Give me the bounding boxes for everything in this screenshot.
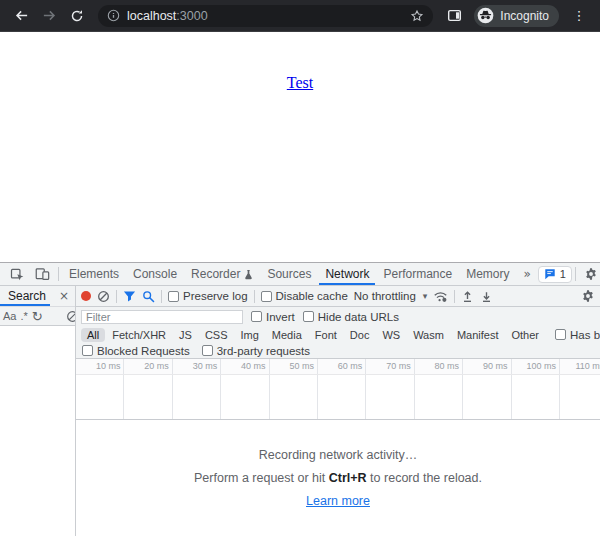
clear-icon[interactable] [97,290,110,303]
regex-button[interactable]: .* [20,310,27,322]
tab-network[interactable]: Network [318,263,376,285]
refresh-icon[interactable]: ↻ [32,309,43,324]
chip-manifest[interactable]: Manifest [451,328,505,342]
divider [116,290,117,303]
chip-doc[interactable]: Doc [344,328,376,342]
tab-console[interactable]: Console [126,263,184,285]
chip-img[interactable]: Img [235,328,265,342]
chip-media[interactable]: Media [266,328,308,342]
reload-button[interactable] [65,4,89,28]
search-sidebar-header: Search × [0,286,75,307]
issues-counter[interactable]: 1 [538,266,572,283]
tick-label: 50 ms [270,359,318,374]
gear-icon [584,267,598,281]
tab-performance[interactable]: Performance [376,263,459,285]
checkbox [251,311,262,322]
blocked-requests-checkbox[interactable]: Blocked Requests [82,345,190,357]
chip-other[interactable]: Other [505,328,545,342]
chevron-down-icon: ▾ [423,291,428,301]
chip-all[interactable]: All [81,328,105,342]
test-link[interactable]: Test [0,74,600,92]
incognito-badge: Incognito [474,5,559,27]
browser-toolbar: localhost:3000 Incognito ⋮ [0,0,600,32]
devtools-tabbar: Elements Console Recorder Sources Networ… [0,263,600,286]
side-panel-button[interactable] [442,4,466,28]
tick-label: 30 ms [173,359,221,374]
side-panel-icon [447,8,462,23]
disable-cache-checkbox[interactable]: Disable cache [261,290,348,302]
search-toolbar: Aa .* ↻ [0,307,75,326]
third-party-requests-checkbox[interactable]: 3rd-party requests [202,345,310,357]
forward-button[interactable] [37,4,61,28]
inspect-cursor-icon [10,267,25,282]
search-sidebar: Search × Aa .* ↻ [0,286,76,536]
devtools-settings-button[interactable] [579,263,600,285]
browser-menu-button[interactable]: ⋮ [567,4,591,28]
search-close-button[interactable]: × [53,289,75,303]
match-case-button[interactable]: Aa [3,310,16,322]
blocked-filters-row: Blocked Requests 3rd-party requests [76,343,600,359]
ctrl-r-shortcut: Ctrl+R [329,471,367,485]
divider [161,290,162,303]
tick-label: 20 ms [124,359,172,374]
import-har-icon[interactable] [461,290,474,303]
devtools-panel: Elements Console Recorder Sources Networ… [0,262,600,536]
tab-sources[interactable]: Sources [260,263,318,285]
network-conditions-icon[interactable] [433,290,448,303]
tick-label: 40 ms [221,359,269,374]
preserve-log-checkbox[interactable]: Preserve log [168,290,248,302]
export-har-icon[interactable] [480,290,493,303]
tab-memory[interactable]: Memory [459,263,516,285]
network-filter-row: Invert Hide data URLs [76,307,600,326]
hide-data-urls-checkbox[interactable]: Hide data URLs [303,311,399,323]
filter-funnel-icon[interactable] [123,290,136,303]
tab-elements[interactable]: Elements [62,263,126,285]
more-tabs-icon: » [524,267,531,281]
address-bar[interactable]: localhost:3000 [98,5,433,27]
forward-icon [42,8,57,23]
network-settings-gear-icon[interactable] [581,289,595,303]
incognito-icon [477,7,494,24]
chip-ws[interactable]: WS [376,328,406,342]
network-toolbar: Preserve log Disable cache No throttling… [76,286,600,307]
recording-line1: Recording network activity… [259,448,417,462]
more-tabs-button[interactable]: » [517,263,538,285]
recording-message: Recording network activity… Perform a re… [76,420,600,536]
clear-search-icon[interactable] [66,310,75,323]
has-blocked-cookies-checkbox[interactable]: Has blocked cookies [555,329,600,341]
invert-checkbox[interactable]: Invert [251,311,295,323]
chip-wasm[interactable]: Wasm [407,328,450,342]
issues-bubble-icon [544,268,556,280]
chip-fetch-xhr[interactable]: Fetch/XHR [106,328,172,342]
chip-font[interactable]: Font [309,328,343,342]
device-toolbar-icon [35,267,50,281]
tab-recorder[interactable]: Recorder [184,263,260,285]
tick-label: 110 ms [560,359,600,374]
checkbox [261,291,272,302]
learn-more-link[interactable]: Learn more [306,494,370,508]
search-results-area [0,326,75,536]
chip-css[interactable]: CSS [199,328,234,342]
recording-line2: Perform a request or hit Ctrl+R to recor… [194,471,482,485]
filter-input[interactable] [81,310,243,324]
divider [575,267,576,281]
tick-label: 10 ms [76,359,124,374]
tick-label: 60 ms [318,359,366,374]
chip-js[interactable]: JS [173,328,198,342]
bookmark-star-icon[interactable] [410,9,424,23]
request-type-filters: All Fetch/XHR JS CSS Img Media Font Doc … [76,326,600,343]
inspect-element-button[interactable] [5,263,30,285]
device-toolbar-button[interactable] [30,263,55,285]
divider [58,267,59,281]
close-icon: × [59,289,69,303]
checkbox [168,291,179,302]
site-info-icon[interactable] [107,9,120,22]
url-port: :3000 [176,9,207,23]
record-button[interactable] [81,291,91,301]
throttling-dropdown[interactable]: No throttling ▾ [354,290,428,302]
tab-search[interactable]: Search [0,286,50,306]
search-icon[interactable] [142,290,155,303]
back-button[interactable] [9,4,33,28]
waterfall-grid [76,375,600,420]
page-content: Test [0,32,600,262]
